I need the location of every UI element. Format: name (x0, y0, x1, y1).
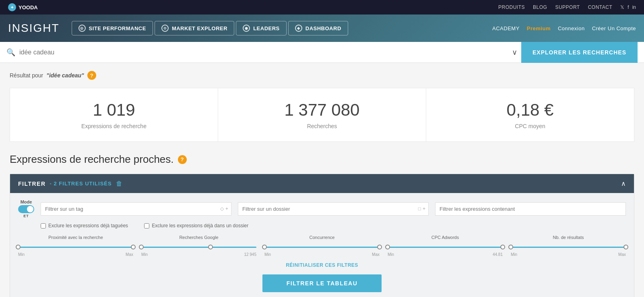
creer-compte-link[interactable]: Créer Un Compte (592, 25, 636, 31)
nav-right: ACADEMY Premium Connexion Créer Un Compt… (492, 25, 636, 31)
top-nav-links: PRODUITS BLOG SUPPORT CONTACT 𝕏 f in (498, 4, 636, 10)
facebook-icon[interactable]: f (627, 4, 629, 10)
slider-resultats-track[interactable] (511, 243, 626, 251)
tab-market-explorer[interactable]: ⊙ MARKET EXPLORER (155, 21, 234, 35)
filter-title: FILTRER (18, 181, 46, 187)
folder-input-icons: □ + (418, 206, 425, 212)
tag-filter-wrap: ◇ + (41, 202, 231, 216)
tab-dashboard[interactable]: ◈ DASHBOARD (288, 21, 348, 35)
slider-cpc: CPC Adwords Min 44.81 (388, 235, 503, 257)
filter-row-inputs: Mode ET ◇ + □ (18, 199, 626, 218)
market-explorer-icon: ⊙ (161, 25, 169, 32)
section-heading: Expressions de recherche proches. (10, 153, 174, 166)
contact-link[interactable]: CONTACT (588, 4, 613, 10)
stats-row: 1 019 Expressions de recherche 1 377 080… (10, 88, 634, 142)
reinit-link[interactable]: RÉINITIALISER CES FILTRES (18, 262, 626, 268)
filtrer-button-wrap: FILTRER LE TABLEAU (18, 274, 626, 297)
academy-link[interactable]: ACADEMY (492, 25, 520, 31)
toggle-text: ET (23, 214, 29, 218)
help-icon[interactable]: ? (87, 71, 96, 80)
slider-thumb-right[interactable] (131, 245, 136, 249)
filter-header[interactable]: FILTRER - 2 FILTRES UTILISÉS 🗑 ∧ (10, 174, 634, 193)
slider-proximite-minmax: Min Max (18, 252, 133, 257)
slider-cpc-track[interactable] (388, 243, 503, 251)
leaders-icon: ◉ (243, 25, 250, 32)
slider-thumb-left[interactable] (139, 245, 144, 249)
checkbox-folder-label[interactable]: Exclure les expressions déjà dans un dos… (144, 223, 248, 228)
mode-toggle[interactable] (18, 205, 34, 213)
slider-thumb-right[interactable] (623, 245, 628, 249)
dashboard-icon: ◈ (295, 25, 302, 32)
plus-folder-icon[interactable]: + (423, 206, 425, 212)
stat-value-cpc: 0,18 € (434, 100, 626, 120)
stat-expressions: 1 019 Expressions de recherche (10, 88, 218, 141)
slider-concurrence-track[interactable] (264, 243, 380, 251)
tab-market-explorer-label: MARKET EXPLORER (172, 25, 227, 31)
slider-track (388, 247, 503, 248)
slider-track (141, 247, 256, 248)
slider-thumb-left[interactable] (385, 245, 390, 249)
slider-recherches-track[interactable] (141, 243, 256, 251)
tag-filter-input[interactable] (41, 202, 231, 216)
social-links: 𝕏 f in (620, 4, 636, 10)
search-input[interactable] (19, 49, 512, 56)
blog-link[interactable]: BLOG (533, 4, 547, 10)
app-title: INSIGHT (8, 22, 60, 35)
search-icon: 🔍 (6, 48, 15, 57)
tab-site-performance[interactable]: ◎ SITE PERFORMANCE (72, 21, 153, 35)
twitter-icon[interactable]: 𝕏 (620, 4, 624, 10)
stat-value-recherches: 1 377 080 (226, 100, 418, 120)
slider-resultats: Nb. de résultats Min Max (511, 235, 626, 257)
slider-proximite-track[interactable] (18, 243, 133, 251)
toggle-knob (27, 206, 33, 212)
checkbox-folder-text: Exclure les expressions déjà dans un dos… (152, 223, 248, 228)
slider-proximite-label: Proximité avec la recherche (48, 235, 103, 240)
tab-leaders[interactable]: ◉ LEADERS (236, 21, 287, 35)
stat-cpc: 0,18 € CPC moyen (426, 88, 634, 141)
explorer-button[interactable]: EXPLORER LES RECHERCHES (521, 42, 638, 63)
logo: ✦ YOODA (8, 3, 38, 11)
produits-link[interactable]: PRODUITS (498, 4, 525, 10)
chevron-down-icon[interactable]: ∨ (512, 48, 517, 57)
mode-toggle-wrap: Mode ET (18, 199, 34, 218)
checkbox-tag[interactable] (41, 223, 46, 228)
mode-label: Mode (21, 199, 32, 204)
slider-concurrence-minmax: Min Max (264, 252, 380, 257)
checkbox-tag-label[interactable]: Exclure les expressions déjà taguées (41, 223, 128, 228)
slider-thumb-left[interactable] (16, 245, 21, 249)
trash-icon[interactable]: 🗑 (116, 180, 122, 187)
slider-thumb-left[interactable] (262, 245, 267, 249)
slider-thumb-left[interactable] (508, 245, 513, 249)
nav-tabs: ◎ SITE PERFORMANCE ⊙ MARKET EXPLORER ◉ L… (72, 21, 348, 35)
checkbox-tag-text: Exclure les expressions déjà taguées (48, 223, 128, 228)
slider-recherches-label: Recherches Google (179, 235, 218, 240)
diamond-icon: ◇ (220, 206, 224, 212)
checkbox-folder[interactable] (144, 223, 149, 228)
result-query: "idée cadeau" (46, 72, 84, 79)
filtrer-button[interactable]: FILTRER LE TABLEAU (262, 274, 382, 292)
plus-icon[interactable]: + (225, 206, 228, 212)
support-link[interactable]: SUPPORT (555, 4, 580, 10)
slider-concurrence: Concurrence Min Max (264, 235, 380, 257)
premium-link[interactable]: Premium (527, 25, 551, 31)
slider-thumb-right[interactable] (208, 245, 213, 249)
section-help-icon[interactable]: ? (178, 155, 187, 164)
collapse-icon[interactable]: ∧ (621, 180, 626, 187)
nav-left: INSIGHT ◎ SITE PERFORMANCE ⊙ MARKET EXPL… (8, 21, 348, 35)
stat-label-cpc: CPC moyen (434, 123, 626, 129)
folder-filter-input[interactable] (238, 202, 429, 216)
tag-input-icons: ◇ + (220, 206, 228, 212)
main-content: Résultat pour "idée cadeau" ? 1 019 Expr… (0, 63, 644, 297)
linkedin-icon[interactable]: in (632, 4, 636, 10)
slider-concurrence-label: Concurrence (310, 235, 335, 240)
folder-icon: □ (418, 206, 421, 212)
slider-track (511, 247, 626, 248)
filter-checkboxes: Exclure les expressions déjà taguées Exc… (18, 223, 626, 228)
connexion-link[interactable]: Connexion (558, 25, 585, 31)
slider-thumb-right[interactable] (500, 245, 505, 249)
tab-site-performance-label: SITE PERFORMANCE (89, 25, 146, 31)
stat-label-expressions: Expressions de recherche (18, 123, 210, 129)
slider-thumb-right[interactable] (377, 245, 382, 249)
expression-filter-input[interactable] (435, 202, 626, 216)
site-performance-icon: ◎ (78, 25, 86, 32)
